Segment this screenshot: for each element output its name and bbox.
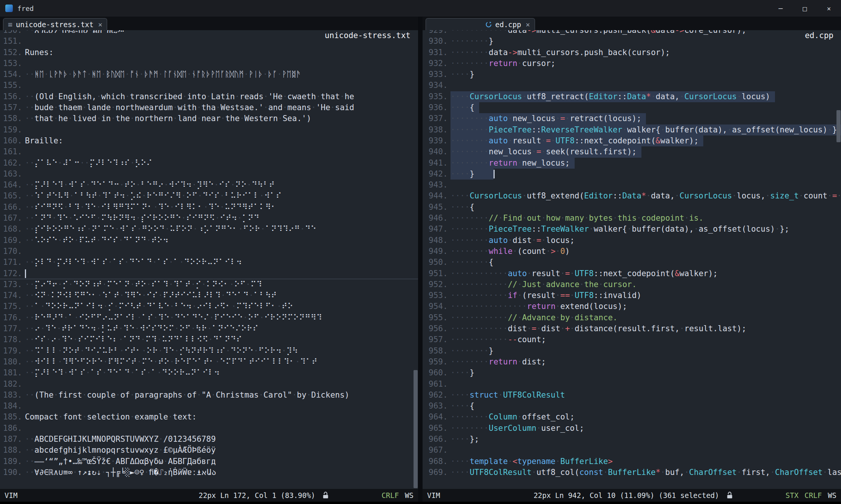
code-line[interactable]: 176.··⠗⠑⠛⠜⠙·⠁·⠊⠕⠋⠋⠔⠤⠝⠁⠊⠇·⠁⠎·⠹⠑·⠙⠑⠁⠙⠑⠌·⠏⠊… <box>0 312 418 323</box>
code-line[interactable]: 184. <box>0 401 418 412</box>
code-line[interactable]: 189.··–—‘“”„†•…‰™œŠŸž€·ΑΒΓΔΩαβγδω·АБВГДа… <box>0 456 418 467</box>
code-line[interactable]: 933.····} <box>423 69 841 80</box>
code-line[interactable]: 166.··⠎⠊⠛⠝⠫·⠃⠹·⠹⠑·⠊⠇⠻⠛⠹⠍⠁⠝⠂·⠹⠑·⠊⠇⠻⠅⠂·⠹⠑·… <box>0 202 418 213</box>
code-line[interactable]: 178.··⠊⠎·⠔·⠹⠑·⠎⠊⠍⠊⠇⠑⠆·⠁⠝⠙·⠍⠹·⠥⠝⠙⠁⠇⠇⠪⠫·⠙⠁… <box>0 334 418 345</box>
code-line[interactable]: 168.··⡎⠊⠗⠕⠕⠛⠑⠰⠎·⠝⠁⠍⠑·⠺⠁⠎·⠛⠕⠕⠙·⠥⠏⠕⠝·⠰⡡⠁⠝⠛… <box>0 224 418 235</box>
code-line[interactable]: 939.········auto·result·=·UTF8::next_cod… <box>423 135 841 146</box>
code-line[interactable]: 943. <box>423 180 841 191</box>
left-editor-area[interactable]: 150.··እግርህን·በፍራሽህ·ልክ·ዘርጋ።151.152.Runes:1… <box>0 30 418 489</box>
code-line[interactable]: 158.··that·he·lived·in·the·northern·land… <box>0 113 418 124</box>
code-line[interactable]: 948.········auto·dist·=·locus; <box>423 235 841 246</box>
code-line[interactable]: 952.············//·Just·advance·the·curs… <box>423 279 841 290</box>
code-line[interactable]: 945.····{ <box>423 202 841 213</box>
code-line[interactable]: 954.················return·extend(locus)… <box>423 301 841 312</box>
code-line[interactable]: 156.··(Old·English,·which·transcribed·in… <box>0 91 418 102</box>
code-line[interactable]: 154.··ᚻᛖ·ᚳᚹᚫᚦ·ᚦᚫᛏ·ᚻᛖ·ᛒᚢᛞᛖ·ᚩᚾ·ᚦᚫᛗ·ᛚᚪᚾᛞᛖ·ᚾ… <box>0 69 418 80</box>
code-line[interactable]: 949.········while·(count·>·0) <box>423 246 841 257</box>
line-number: 962. <box>429 390 448 401</box>
code-line[interactable]: 932.········return·cursor; <box>423 58 841 69</box>
code-line[interactable]: 162.··⡌⠁⠧⠑·⠼⠁⠒··⡍⠜⠇⠑⠹⠰⠎·⡣⠕⠌ <box>0 158 418 169</box>
code-line[interactable]: 929.············data->multi_cursors.push… <box>423 30 841 36</box>
code-line[interactable]: 951.············auto·result·=·UTF8::next… <box>423 268 841 279</box>
code-line[interactable]: 946.········//·Find·out·how·many·bytes·t… <box>423 213 841 224</box>
right-scrollbar[interactable] <box>836 30 841 489</box>
code-line[interactable]: 931.········data->multi_cursors.push_bac… <box>423 47 841 58</box>
line-number: 967. <box>429 445 448 456</box>
code-line[interactable]: 934. <box>423 80 841 91</box>
code-line[interactable]: 185.Compact·font·selection·example·text: <box>0 412 418 423</box>
left-scrollbar-thumb[interactable] <box>414 370 418 488</box>
code-line[interactable]: 173.··⡍⠔⠙⠖·⡊·⠙⠕⠝⠰⠞·⠍⠑⠁⠝·⠞⠕·⠎⠁⠹·⠹⠁⠞·⡊·⠅⠝⠪… <box>0 279 418 290</box>
code-line[interactable]: 958.········} <box>423 346 841 356</box>
line-number: 947. <box>429 224 448 235</box>
line-number: 170. <box>3 246 23 257</box>
code-line[interactable]: 963.····{ <box>423 401 841 412</box>
left-scrollbar[interactable] <box>413 30 418 489</box>
code-line[interactable]: 967. <box>423 445 841 456</box>
code-line[interactable]: 186. <box>0 423 418 434</box>
code-line[interactable]: 936.····{ <box>423 102 841 113</box>
code-line[interactable]: 942.····} <box>423 169 841 180</box>
code-line[interactable]: 175.··⠁·⠙⠕⠕⠗⠤⠝⠁⠊⠇⠲·⡊·⠍⠊⠣⠞·⠙⠁⠧⠑·⠃⠑⠲·⠔⠊⠇⠔⠫… <box>0 301 418 312</box>
code-line[interactable]: 961. <box>423 379 841 390</box>
code-line[interactable]: 968.····template·<typename·BufferLike> <box>423 456 841 467</box>
code-line[interactable]: 170. <box>0 246 418 257</box>
code-line[interactable]: 938.········PieceTree::ReverseTreeWalker… <box>423 124 841 135</box>
code-line[interactable]: 161. <box>0 146 418 157</box>
code-line[interactable]: 959.········return·dist; <box>423 356 841 367</box>
minimize-button[interactable]: ─ <box>769 0 793 17</box>
tab-ed-cpp[interactable]: ed.cpp × <box>426 18 535 30</box>
code-line[interactable]: 944.····CursorLocus·utf8_extend(Editor::… <box>423 191 841 201</box>
code-line[interactable]: 966.····}; <box>423 434 841 445</box>
right-scrollbar-thumb[interactable] <box>836 110 841 142</box>
code-line[interactable]: 937.········auto·new_locus·=·retract(loc… <box>423 113 841 124</box>
maximize-button[interactable]: □ <box>793 0 817 17</box>
line-number: 949. <box>429 246 448 257</box>
code-line[interactable]: 157.··bude·thaem·lande·northweardum·with… <box>0 102 418 113</box>
code-line[interactable]: 957.············--count; <box>423 334 841 345</box>
code-line[interactable]: 969.····UTF8ColResult·utf8_col(const·Buf… <box>423 467 841 478</box>
code-line[interactable]: 960.····} <box>423 367 841 378</box>
right-editor-area[interactable]: 929.············data->multi_cursors.push… <box>423 30 841 489</box>
code-line[interactable]: 177.··⠔·⠹⠑·⠞⠗⠁⠙⠑⠲·⡃⠥⠞·⠹⠑·⠺⠊⠎⠙⠕⠍·⠕⠋·⠳⠗·⠁⠝… <box>0 323 418 334</box>
code-line[interactable]: 183.··(The·first·couple·of·paragraphs·of… <box>0 390 418 401</box>
tab-close-icon[interactable]: × <box>98 20 102 29</box>
close-button[interactable]: × <box>817 0 841 17</box>
code-line[interactable]: 179.··⠩⠁⠇⠇·⠝⠕⠞·⠙⠊⠌⠥⠗⠃·⠊⠞⠂·⠕⠗·⠹⠑·⡊⠳⠝⠞⠗⠹⠰⠎… <box>0 346 418 356</box>
line-number: 172. <box>3 268 23 279</box>
code-line[interactable]: 172. <box>0 268 418 279</box>
code-line[interactable]: 163. <box>0 169 418 180</box>
code-line[interactable]: 953.············if·(result·==·UTF8::inva… <box>423 290 841 301</box>
code-line[interactable]: 188.··abcdefghijklmnopqrstuvwxyz·£©µÀÆÖÞ… <box>0 445 418 456</box>
tab-close-icon[interactable]: × <box>526 20 530 29</box>
code-line[interactable]: 181.··⡍⠜⠇⠑⠹·⠺⠁⠎·⠁⠎·⠙⠑⠁⠙·⠁⠎·⠁·⠙⠕⠕⠗⠤⠝⠁⠊⠇⠲ <box>0 367 418 378</box>
code-line[interactable]: 155. <box>0 80 418 91</box>
code-line[interactable]: 947.········PieceTree::TreeWalker·walker… <box>423 224 841 235</box>
code-line[interactable]: 935.····CursorLocus·utf8_retract(Editor:… <box>423 91 841 102</box>
code-line[interactable]: 182. <box>0 379 418 390</box>
code-line[interactable]: 190.··∀∂∈ℝ∧∪≡∞·↑↗↨↻⇣·┐┼╔╘░►☺♀·ﬁ�⑀₂ἠḂӥẄɐː… <box>0 467 418 478</box>
code-line[interactable]: 174.··⠪⠝·⠅⠝⠪⠇⠫⠛⠑⠂·⠱⠁⠞·⠹⠻⠑·⠊⠎·⠏⠜⠞⠊⠊⠥⠇⠜⠇⠹·… <box>0 290 418 301</box>
code-line[interactable]: 955.············//·Advance·by·distance. <box>423 312 841 323</box>
code-line[interactable]: 962.····struct·UTF8ColResult <box>423 390 841 401</box>
code-line[interactable]: 187.··ABCDEFGHIJKLMNOPQRSTUVWXYZ·/012345… <box>0 434 418 445</box>
code-line[interactable]: 950.········{ <box>423 257 841 268</box>
code-line[interactable]: 180.··⠺⠊⠇⠇·⠹⠻⠑⠋⠕⠗⠑·⠏⠻⠍⠊⠞·⠍⠑·⠞⠕·⠗⠑⠏⠑⠁⠞⠂·⠑… <box>0 356 418 367</box>
code-line[interactable]: 930.········} <box>423 36 841 47</box>
code-line[interactable]: 941.········return·new_locus; <box>423 158 841 169</box>
pane-divider[interactable] <box>418 17 423 502</box>
code-line[interactable]: 164.··⡍⠜⠇⠑⠹·⠺⠁⠎·⠙⠑⠁⠙⠒·⠞⠕·⠃⠑⠛⠔·⠺⠊⠹⠲·⡹⠻⠑·⠊… <box>0 180 418 191</box>
code-line[interactable]: 171.··⡕⠇⠙·⡍⠜⠇⠑⠹·⠺⠁⠎·⠁⠎·⠙⠑⠁⠙·⠁⠎·⠁·⠙⠕⠕⠗⠤⠝⠁… <box>0 257 418 268</box>
code-line[interactable]: 169.··⠡⠕⠎⠑·⠞⠕·⠏⠥⠞·⠙⠊⠎·⠙⠁⠝⠙·⠞⠕⠲ <box>0 235 418 246</box>
code-line[interactable]: 964.········Column·offset_col; <box>423 412 841 423</box>
code-line[interactable]: 956.············dist·=·dist·+·distance(r… <box>423 323 841 334</box>
code-line[interactable]: 965.········UserColumn·user_col; <box>423 423 841 434</box>
code-line[interactable]: 160.Braille: <box>0 135 418 146</box>
code-line[interactable]: 940.········new_locus·=·seek(result.firs… <box>423 146 841 157</box>
code-line[interactable]: 152.Runes: <box>0 47 418 58</box>
code-line[interactable]: 159. <box>0 124 418 135</box>
code-line[interactable]: 153. <box>0 58 418 69</box>
tab-unicode-stress[interactable]: ≡ unicode-stress.txt × <box>3 18 107 30</box>
code-line[interactable]: 167.··⠁⠝⠙·⠹⠑·⠡⠊⠑⠋·⠍⠳⠗⠝⠻⠲·⡎⠊⠗⠕⠕⠛⠑·⠎⠊⠛⠝⠫·⠊… <box>0 213 418 224</box>
code-line[interactable]: 165.··⠱⠁⠞⠑⠧⠻·⠁⠃⠳⠞·⠹⠁⠞⠲·⡡⠮·⠗⠑⠛⠊⠌⠻·⠕⠋·⠙⠊⠎·… <box>0 191 418 201</box>
